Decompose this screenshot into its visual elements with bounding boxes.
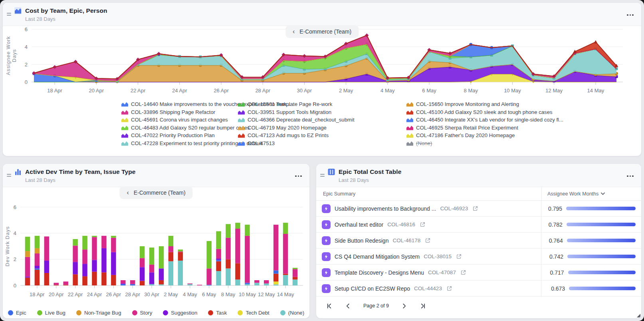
legend-item[interactable]: COL-15561 Template Page Re-work xyxy=(238,100,406,108)
table-row[interactable]: CS Q4 Demand Mitigation SystemCOL-380150… xyxy=(316,249,641,265)
external-link-icon xyxy=(473,206,478,211)
panel-title: Epic Total Cost Table xyxy=(339,168,401,175)
table-row[interactable]: Setup CI/CD on EC2SW RepoCOL-444230.673 xyxy=(316,281,641,297)
legend-item[interactable]: COL-46719 May 2020 Homepage xyxy=(238,124,406,132)
external-link[interactable] xyxy=(420,222,425,227)
legend-item[interactable]: Non-Triage Bug xyxy=(76,309,121,317)
epic-id: COL-46923 xyxy=(440,205,468,211)
external-link[interactable] xyxy=(425,238,430,243)
legend-dot-icon xyxy=(280,310,285,315)
table-row[interactable]: Usability improvements to Background ...… xyxy=(316,201,641,217)
legend-swatch-icon xyxy=(121,125,128,130)
svg-text:0: 0 xyxy=(25,79,28,85)
legend-swatch-icon xyxy=(406,133,413,138)
legend-item[interactable]: COL-47123 Add mugs to EZ Prints xyxy=(238,132,406,140)
svg-text:2: 2 xyxy=(14,256,16,262)
legend-label: COL-46450 Integrate XX's Lab vendor for … xyxy=(416,117,563,123)
legend-item[interactable]: COL-46483 Add Galaxy S20 regular bumper … xyxy=(121,124,238,132)
more-menu-button[interactable] xyxy=(626,169,635,181)
lightning-bolt-icon xyxy=(324,286,329,291)
svg-text:10 May: 10 May xyxy=(504,88,521,94)
legend-item[interactable]: Suggestion xyxy=(163,309,197,317)
legend-item[interactable]: COL-45100 Add Galaxy S20 sleek and tough… xyxy=(406,108,641,116)
external-link[interactable] xyxy=(456,254,462,259)
area-chart-icon xyxy=(14,7,22,15)
legend-item[interactable]: COL-33951 Support Tools Migration xyxy=(238,108,406,116)
legend-item[interactable]: COL-15650 Improve Monitoring and Alertin… xyxy=(406,100,641,108)
external-link[interactable] xyxy=(473,206,478,211)
legend-swatch-icon xyxy=(121,141,128,146)
epic-id: COL-46816 xyxy=(387,221,415,227)
legend-item[interactable]: COL-47022 Priority Production Plan xyxy=(121,132,238,140)
legend-item[interactable]: COL-46450 Integrate XX's Lab vendor for … xyxy=(406,116,641,124)
legend-item[interactable]: COL-46366 Deprecate deal_checkout_submit xyxy=(238,116,406,124)
legend-swatch-icon xyxy=(238,125,245,130)
legend-item[interactable]: COL-47186 Father's Day 2020 Homepage xyxy=(406,132,641,140)
legend-item[interactable]: COL-46925 Sherpa Retail Price Experiment xyxy=(406,124,641,132)
breadcrumb[interactable]: ‹ E-Commerce (Team) xyxy=(285,25,359,38)
work-months-value: 0.782 xyxy=(541,221,563,228)
legend-item[interactable]: Live Bug xyxy=(37,309,65,317)
legend-item[interactable]: COL-47228 Experiment to test priority pr… xyxy=(121,140,238,148)
legend-item[interactable]: Epic xyxy=(8,309,26,317)
svg-text:28 Apr: 28 Apr xyxy=(255,88,270,94)
table-icon xyxy=(327,168,335,176)
legend-item[interactable]: COL-14640 Make improvements to the vouch… xyxy=(121,100,238,108)
legend-swatch-icon xyxy=(406,117,413,122)
legend-item[interactable]: Story xyxy=(132,309,153,317)
external-link[interactable] xyxy=(461,270,466,275)
legend-swatch-icon xyxy=(121,110,128,115)
epic-summary: Overhaul text editor xyxy=(335,221,383,228)
first-page-button[interactable] xyxy=(326,303,333,309)
svg-text:14 May: 14 May xyxy=(277,291,294,297)
legend-item[interactable]: COL-45691 Corona virus impact changes xyxy=(121,116,238,124)
bar-chart-body: ‹ E-Commerce (Team) 6420Dev Work Days18 … xyxy=(3,187,309,317)
work-months-value: 0.764 xyxy=(541,237,563,244)
next-page-button[interactable] xyxy=(401,303,408,309)
column-header-assignee-work-months[interactable]: Assignee Work Months xyxy=(541,187,641,200)
legend-swatch-icon xyxy=(121,133,128,138)
dev-time-bar-chart[interactable]: 6420Dev Work Days18 Apr20 Apr22 Apr24 Ap… xyxy=(3,203,305,304)
previous-page-button[interactable] xyxy=(345,303,351,309)
table-row[interactable]: Side Button RedesignCOL-461780.764 xyxy=(316,233,641,249)
work-months-bar xyxy=(569,287,636,290)
legend-item[interactable]: Task xyxy=(208,309,227,317)
epic-badge-icon xyxy=(322,236,331,245)
external-link[interactable] xyxy=(447,286,452,291)
legend-item[interactable]: COL-47513 xyxy=(238,140,406,148)
column-header-epic-summary: Epic Summary xyxy=(316,191,541,197)
legend-label: COL-46925 Sherpa Retail Price Experiment xyxy=(416,125,518,131)
legend-item[interactable]: (None) xyxy=(280,309,304,317)
breadcrumb[interactable]: ‹ E-Commerce (Team) xyxy=(119,186,192,199)
epic-badge-icon xyxy=(322,220,331,229)
table-body: Epic Summary Assignee Work Months Usabil… xyxy=(316,187,641,315)
drag-handle-icon[interactable] xyxy=(320,173,326,178)
more-menu-button[interactable] xyxy=(294,169,303,181)
table-row[interactable]: Overhaul text editorCOL-468160.782 xyxy=(316,217,641,233)
work-months-value: 0.795 xyxy=(541,205,562,212)
sort-desc-icon xyxy=(601,192,605,195)
legend-label: COL-15650 Improve Monitoring and Alertin… xyxy=(416,101,519,107)
work-months-value: 0.742 xyxy=(541,253,563,260)
epic-summary: Usability improvements to Background ... xyxy=(335,205,436,212)
resize-handle-icon[interactable] xyxy=(637,314,640,317)
drag-handle-icon[interactable] xyxy=(7,173,12,178)
table-row[interactable]: Template Discovery - Designs MenuCOL-470… xyxy=(316,265,641,281)
legend-dot-icon xyxy=(8,310,13,315)
legend-label: (None) xyxy=(288,310,304,316)
dev-time-chart-panel: Active Dev Time by Team, Issue Type Last… xyxy=(2,163,310,319)
table-header-row: Epic Summary Assignee Work Months xyxy=(316,187,641,201)
legend-label: COL-47022 Priority Production Plan xyxy=(131,132,215,138)
drag-handle-icon[interactable] xyxy=(7,12,12,17)
epic-badge-icon xyxy=(322,252,331,261)
svg-text:18 Apr: 18 Apr xyxy=(47,88,62,94)
svg-text:28 Apr: 28 Apr xyxy=(125,291,140,297)
external-link-icon xyxy=(447,286,452,291)
panel-title: Cost by Team, Epic, Person xyxy=(25,7,107,14)
legend-item[interactable]: COL-33896 Shipping Page Refactor xyxy=(121,108,238,116)
more-menu-button[interactable] xyxy=(626,8,635,20)
legend-item[interactable]: Tech Debt xyxy=(238,309,269,317)
legend-swatch-icon xyxy=(406,102,413,107)
last-page-button[interactable] xyxy=(420,303,426,309)
legend-item[interactable]: (None) xyxy=(406,140,641,148)
